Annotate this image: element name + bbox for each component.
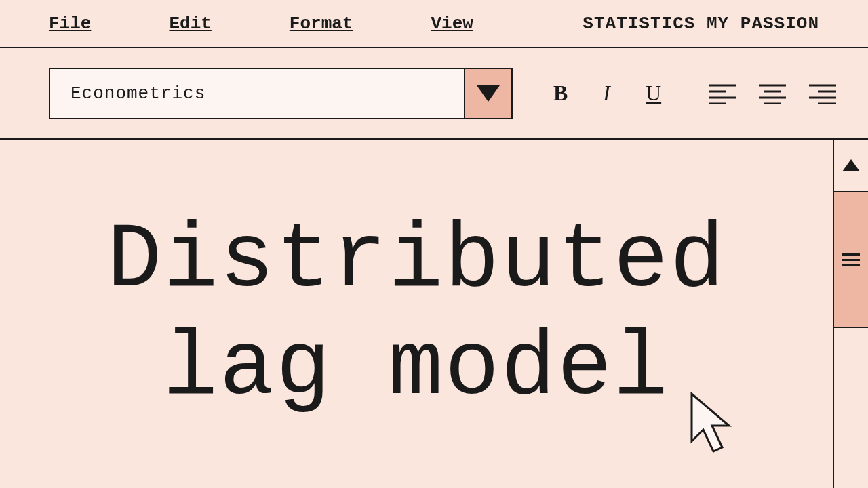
document-heading-line2: lag model	[163, 317, 669, 421]
align-right-button[interactable]	[809, 83, 836, 104]
document-heading-line1: Distributed	[106, 209, 726, 313]
category-select[interactable]: Econometrics	[49, 68, 513, 119]
underline-button[interactable]: U	[646, 81, 661, 106]
grip-icon	[842, 253, 860, 266]
scroll-track[interactable]	[834, 328, 868, 488]
align-center-icon	[759, 83, 786, 104]
menu-format[interactable]: Format	[290, 14, 353, 34]
document-canvas[interactable]: Distributed lag model	[0, 140, 833, 488]
menu-view[interactable]: View	[431, 14, 473, 34]
app-title: STATISTICS MY PASSION	[583, 14, 819, 34]
vertical-scrollbar[interactable]	[833, 140, 868, 488]
scroll-up-button[interactable]	[834, 140, 868, 192]
category-select-value: Econometrics	[50, 69, 464, 118]
category-select-dropdown-button[interactable]	[464, 69, 511, 118]
text-style-group: B I U	[553, 81, 661, 106]
align-center-button[interactable]	[759, 83, 786, 104]
menu-file[interactable]: File	[49, 14, 91, 34]
align-left-icon	[709, 83, 736, 104]
menu-edit[interactable]: Edit	[169, 14, 211, 34]
italic-button[interactable]: I	[603, 81, 610, 106]
bold-button[interactable]: B	[553, 81, 568, 106]
toolbar: Econometrics B I U	[0, 48, 868, 140]
chevron-down-icon	[477, 85, 500, 102]
scroll-thumb[interactable]	[834, 192, 868, 328]
align-left-button[interactable]	[709, 83, 736, 104]
workspace: Distributed lag model	[0, 140, 868, 488]
align-right-icon	[809, 83, 836, 104]
chevron-up-icon	[842, 159, 860, 171]
alignment-group	[709, 83, 836, 104]
document-heading: Distributed lag model	[106, 207, 726, 424]
menubar: File Edit Format View STATISTICS MY PASS…	[0, 0, 868, 48]
